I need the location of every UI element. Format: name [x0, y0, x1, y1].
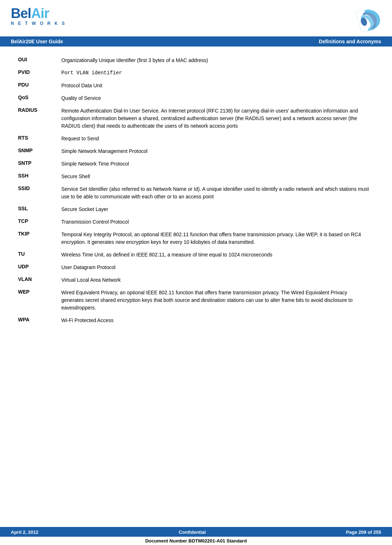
glossary-row: TKIPTemporal Key Integrity Protocol, an …	[18, 228, 374, 248]
glossary-term: PDU	[18, 79, 61, 92]
glossary-term: SSL	[18, 203, 61, 215]
logo-air: Air	[31, 6, 49, 20]
glossary-row: WEPWired Equivalent Privacy, an optional…	[18, 286, 374, 314]
guide-title: BelAir20E User Guide	[11, 39, 63, 44]
footer-confidential: Confidential	[179, 529, 206, 535]
glossary-row: VLANVirtual Local Area Network	[18, 273, 374, 286]
glossary-definition: Wireless Time Unit, as defined in IEEE 8…	[61, 248, 374, 261]
glossary-term: TCP	[18, 215, 61, 228]
glossary-term: WEP	[18, 286, 61, 314]
glossary-row: SNTPSimple Network Time Protocol	[18, 157, 374, 170]
logo-bel: Bel	[11, 6, 31, 20]
section-title: Definitions and Acronyms	[319, 39, 381, 44]
glossary-row: UDPUser Datagram Protocol	[18, 261, 374, 273]
glossary-term: RADIUS	[18, 104, 61, 132]
glossary-row: SNMPSimple Network Management Protocol	[18, 145, 374, 157]
title-bar: BelAir20E User Guide Definitions and Acr…	[0, 36, 392, 47]
company-logo: BelAir N E T W O R K S	[11, 6, 66, 26]
glossary-row: QoSQuality of Service	[18, 92, 374, 104]
glossary-definition: Quality of Service	[61, 92, 374, 104]
footer-bar: April 2, 2012 Confidential Page 209 of 2…	[0, 528, 392, 537]
glossary-term: PVID	[18, 66, 61, 79]
glossary-definition: Simple Network Time Protocol	[61, 157, 374, 170]
glossary-term: TU	[18, 248, 61, 261]
glossary-definition: Temporal Key Integrity Protocol, an opti…	[61, 228, 374, 248]
glossary-row: SSIDService Set Identifier (also referre…	[18, 183, 374, 203]
footer-page: Page 209 of 255	[346, 529, 381, 535]
glossary-definition: Secure Shell	[61, 170, 374, 183]
glossary-term: SSH	[18, 170, 61, 183]
glossary-term: TKIP	[18, 228, 61, 248]
glossary-row: RADIUSRemote Authentication Dial-In User…	[18, 104, 374, 132]
glossary-term: UDP	[18, 261, 61, 273]
glossary-definition: Organizationally Unique Identifier (firs…	[61, 54, 374, 66]
glossary-row: TCPTransmission Control Protocol	[18, 215, 374, 228]
glossary-table: OUIOrganizationally Unique Identifier (f…	[18, 54, 374, 326]
glossary-definition: Secure Socket Layer	[61, 203, 374, 215]
glossary-row: TUWireless Time Unit, as defined in IEEE…	[18, 248, 374, 261]
glossary-term: SNMP	[18, 145, 61, 157]
glossary-definition: Remote Authentication Dial-In User Servi…	[61, 104, 374, 132]
glossary-row: WPAWi-Fi Protected Access	[18, 314, 374, 326]
glossary-definition: Port VLAN identifier	[61, 66, 374, 79]
glossary-row: OUIOrganizationally Unique Identifier (f…	[18, 54, 374, 66]
glossary-definition: Simple Network Management Protocol	[61, 145, 374, 157]
glossary-row: PDUProtocol Data Unit	[18, 79, 374, 92]
glossary-definition: Protocol Data Unit	[61, 79, 374, 92]
footer-date: April 2, 2012	[11, 529, 39, 535]
glossary-term: SSID	[18, 183, 61, 203]
glossary-term: VLAN	[18, 273, 61, 286]
glossary-definition: Wired Equivalent Privacy, an optional IE…	[61, 286, 374, 314]
glossary-term: RTS	[18, 132, 61, 145]
glossary-row: SSLSecure Socket Layer	[18, 203, 374, 215]
glossary-definition: Transmission Control Protocol	[61, 215, 374, 228]
page-header: BelAir N E T W O R K S	[0, 0, 392, 36]
glossary-term: OUI	[18, 54, 61, 66]
glossary-term: WPA	[18, 314, 61, 326]
glossary-term: QoS	[18, 92, 61, 104]
footer-document-number: Document Number BDTM02201-A01 Standard	[0, 537, 392, 545]
page-footer: April 2, 2012 Confidential Page 209 of 2…	[0, 527, 392, 545]
logo-networks-text: N E T W O R K S	[11, 21, 66, 26]
page-content: OUIOrganizationally Unique Identifier (f…	[0, 47, 392, 334]
glossary-row: RTSRequest to Send	[18, 132, 374, 145]
glossary-row: PVIDPort VLAN identifier	[18, 66, 374, 79]
belair-icon	[349, 6, 381, 33]
glossary-definition: Request to Send	[61, 132, 374, 145]
glossary-term: SNTP	[18, 157, 61, 170]
glossary-definition: User Datagram Protocol	[61, 261, 374, 273]
glossary-definition: Service Set Identifier (also referred to…	[61, 183, 374, 203]
glossary-definition: Wi-Fi Protected Access	[61, 314, 374, 326]
glossary-row: SSHSecure Shell	[18, 170, 374, 183]
glossary-definition: Virtual Local Area Network	[61, 273, 374, 286]
